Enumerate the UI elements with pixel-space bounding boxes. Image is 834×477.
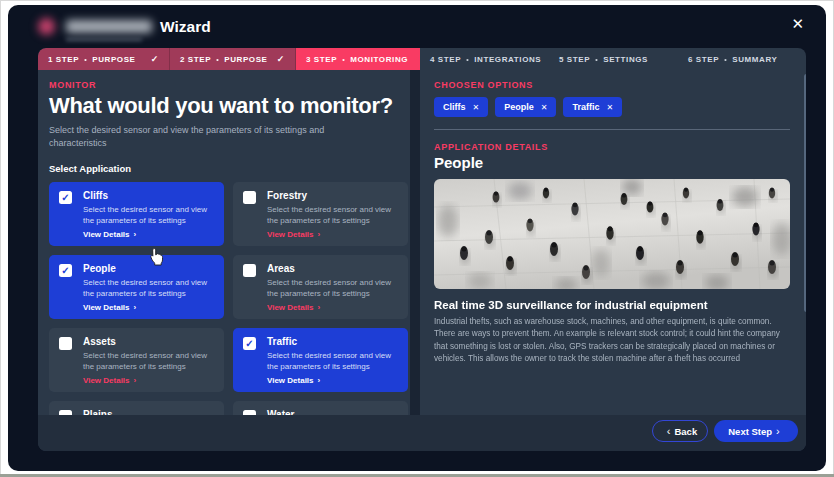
card-title: Traffic <box>267 336 402 347</box>
monitor-subtitle: Select the desired sensor and view the p… <box>49 124 379 149</box>
next-step-button-label: Next Step <box>728 426 772 437</box>
card-title: Areas <box>267 263 402 274</box>
select-application-label: Select Application <box>49 163 408 174</box>
chevron-right-icon: › <box>318 230 321 239</box>
view-details-link[interactable]: View Details› <box>83 230 136 239</box>
card-checkbox[interactable]: ✓ <box>243 337 256 350</box>
view-details-link[interactable]: View Details› <box>83 376 136 385</box>
card-description: Select the desired sensor and view the p… <box>83 351 218 373</box>
application-card-areas[interactable]: Areas Select the desired sensor and view… <box>233 255 408 319</box>
chevron-right-icon: › <box>318 303 321 312</box>
card-checkbox[interactable] <box>243 410 256 415</box>
step-bar: 1 STEP • PURPOSE ✓ 2 STEP • PURPOSE ✓ 3 … <box>38 48 806 70</box>
application-details-eyebrow: APPLICATION DETAILS <box>434 142 790 152</box>
card-description: Select the desired sensor and view the p… <box>83 278 218 300</box>
details-body: Industrial thefts, such as warehouse sto… <box>434 316 790 365</box>
application-card-plains[interactable]: Plains Select the desired sensor and vie… <box>49 401 224 415</box>
step-purpose[interactable]: 1 STEP • PURPOSE ✓ <box>38 48 170 70</box>
step-settings[interactable]: 5 STEP • SETTINGS <box>549 48 678 70</box>
chip-people[interactable]: People ✕ <box>495 97 556 117</box>
application-details-title: People <box>434 154 790 171</box>
chosen-chips: Cliffs ✕ People ✕ Traffic ✕ <box>434 97 790 117</box>
logo-underline <box>66 38 142 41</box>
view-details-link[interactable]: View Details› <box>267 303 320 312</box>
card-title: Water <box>267 409 402 415</box>
chevron-right-icon: › <box>134 376 137 385</box>
page-title: Wizard <box>160 18 211 36</box>
card-description: Select the desired sensor and view the p… <box>267 351 402 373</box>
details-panel: CHOOSEN OPTIONS Cliffs ✕ People ✕ Traffi… <box>420 70 806 451</box>
wizard-modal: Wizard ✕ 1 STEP • PURPOSE ✓ 2 STEP • PUR… <box>8 5 826 471</box>
application-card-cliffs[interactable]: ✓ Cliffs Select the desired sensor and v… <box>49 182 224 246</box>
crowd-image <box>434 179 790 289</box>
application-card-people[interactable]: ✓ People Select the desired sensor and v… <box>49 255 224 319</box>
application-card-forestry[interactable]: Forestry Select the desired sensor and v… <box>233 182 408 246</box>
view-details-link[interactable]: View Details› <box>267 376 320 385</box>
divider <box>434 129 790 130</box>
chip-remove-icon[interactable]: ✕ <box>541 103 548 112</box>
chevron-right-icon: › <box>318 376 321 385</box>
step-purpose[interactable]: 2 STEP • PURPOSE ✓ <box>170 48 296 70</box>
card-title: Assets <box>83 336 218 347</box>
view-details-link[interactable]: View Details› <box>83 303 136 312</box>
step-check-icon: ✓ <box>151 54 159 64</box>
card-checkbox[interactable] <box>243 191 256 204</box>
back-button[interactable]: ‹ Back <box>652 420 708 442</box>
step-summary[interactable]: 6 STEP • SUMMARY <box>678 48 806 70</box>
card-description: Select the desired sensor and view the p… <box>83 205 218 227</box>
card-checkbox[interactable]: ✓ <box>59 191 72 204</box>
app-logo <box>32 14 162 42</box>
chip-remove-icon[interactable]: ✕ <box>473 103 480 112</box>
chip-label: People <box>504 102 534 112</box>
monitor-eyebrow: MONITOR <box>49 80 408 90</box>
step-separator-dot: • <box>466 56 469 63</box>
next-step-button[interactable]: Next Step › <box>714 420 798 442</box>
close-icon[interactable]: ✕ <box>791 16 804 31</box>
chosen-options-eyebrow: CHOOSEN OPTIONS <box>434 80 790 90</box>
chip-traffic[interactable]: Traffic ✕ <box>563 97 622 117</box>
step-integrations[interactable]: 4 STEP • INTEGRATIONS <box>420 48 549 70</box>
step-separator-dot: • <box>342 56 345 63</box>
logo-icon <box>38 18 55 35</box>
application-grid: ✓ Cliffs Select the desired sensor and v… <box>49 182 408 415</box>
application-card-water[interactable]: Water Select the desired sensor and view… <box>233 401 408 415</box>
wizard-body: 1 STEP • PURPOSE ✓ 2 STEP • PURPOSE ✓ 3 … <box>38 48 806 451</box>
card-checkbox[interactable] <box>59 410 72 415</box>
application-card-traffic[interactable]: ✓ Traffic Select the desired sensor and … <box>233 328 408 392</box>
chevron-right-icon: › <box>134 303 137 312</box>
monitor-panel: MONITOR What would you want to monitor? … <box>38 70 412 415</box>
card-description: Select the desired sensor and view the p… <box>267 278 402 300</box>
card-checkbox[interactable] <box>59 337 72 350</box>
screenshot: Wizard ✕ 1 STEP • PURPOSE ✓ 2 STEP • PUR… <box>0 0 834 477</box>
step-separator-dot: • <box>84 56 87 63</box>
monitor-title: What would you want to monitor? <box>49 93 408 119</box>
scrollbar[interactable] <box>804 74 806 312</box>
step-separator-dot: • <box>595 56 598 63</box>
chip-label: Cliffs <box>443 102 466 112</box>
card-title: Cliffs <box>83 190 218 201</box>
chip-cliffs[interactable]: Cliffs ✕ <box>434 97 488 117</box>
back-arrow-icon: ‹ <box>667 425 671 437</box>
step-check-icon: ✓ <box>277 54 285 64</box>
details-subtitle: Real time 3D surveillance for industrial… <box>434 299 790 311</box>
card-checkbox[interactable]: ✓ <box>59 264 72 277</box>
step-monitoring[interactable]: 3 STEP • MONITORING <box>296 48 420 70</box>
logo-wordmark <box>66 20 152 33</box>
application-card-assets[interactable]: Assets Select the desired sensor and vie… <box>49 328 224 392</box>
view-details-link[interactable]: View Details› <box>267 230 320 239</box>
step-separator-dot: • <box>724 56 727 63</box>
chip-remove-icon[interactable]: ✕ <box>606 103 613 112</box>
next-arrow-icon: › <box>776 425 780 437</box>
back-button-label: Back <box>674 426 697 437</box>
chip-label: Traffic <box>572 102 599 112</box>
chevron-right-icon: › <box>134 230 137 239</box>
card-title: People <box>83 263 218 274</box>
card-description: Select the desired sensor and view the p… <box>267 205 402 227</box>
card-title: Forestry <box>267 190 402 201</box>
card-checkbox[interactable] <box>243 264 256 277</box>
step-separator-dot: • <box>216 56 219 63</box>
card-title: Plains <box>83 409 218 415</box>
